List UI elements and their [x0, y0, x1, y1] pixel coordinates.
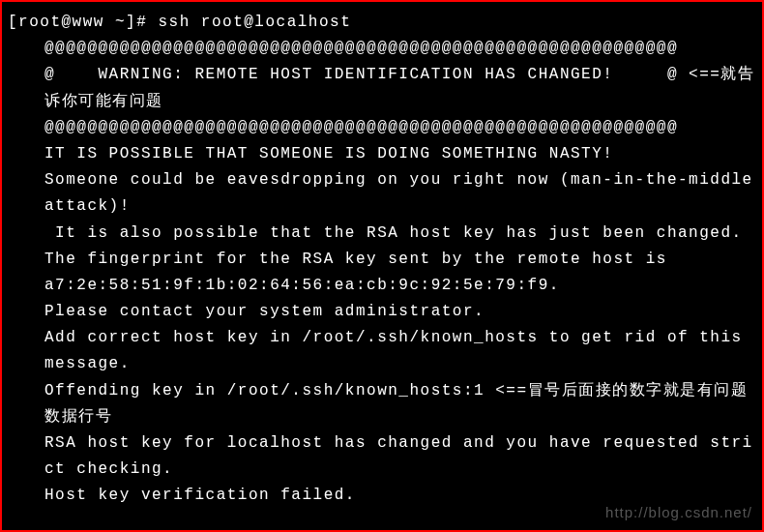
eavesdrop-warning: Someone could be eavesdropping on you ri… — [8, 167, 756, 220]
offending-key: Offending key in /root/.ssh/known_hosts:… — [8, 378, 756, 430]
warning-line: @ WARNING: REMOTE HOST IDENTIFICATION HA… — [8, 62, 756, 114]
fingerprint-intro: The fingerprint for the RSA key sent by … — [8, 247, 756, 273]
contact-admin: Please contact your system administrator… — [8, 299, 756, 325]
fingerprint-value: a7:2e:58:51:9f:1b:02:64:56:ea:cb:9c:92:5… — [8, 273, 756, 299]
at-separator: @@@@@@@@@@@@@@@@@@@@@@@@@@@@@@@@@@@@@@@@… — [8, 115, 756, 141]
strict-checking: RSA host key for localhost has changed a… — [8, 430, 756, 483]
rsa-changed: It is also possible that the RSA host ke… — [8, 221, 756, 247]
nasty-warning: IT IS POSSIBLE THAT SOMEONE IS DOING SOM… — [8, 141, 756, 167]
at-separator: @@@@@@@@@@@@@@@@@@@@@@@@@@@@@@@@@@@@@@@@… — [8, 36, 756, 62]
watermark: http://blog.csdn.net/ — [605, 500, 752, 525]
add-key-hint: Add correct host key in /root/.ssh/known… — [8, 325, 756, 377]
prompt-line[interactable]: [root@www ~]# ssh root@localhost — [8, 10, 756, 36]
